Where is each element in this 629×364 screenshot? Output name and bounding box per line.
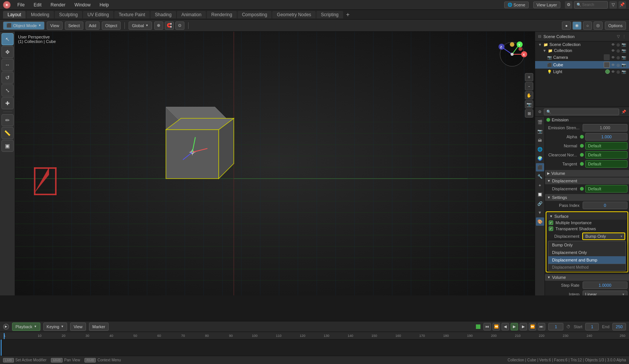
outliner-item-light[interactable]: 💡 Light 👁 ◎ 📷 [535,69,629,75]
camera-toggle-icon[interactable]: ◎ [617,55,620,60]
prev-keyframe-btn[interactable]: ⏪ [492,323,500,330]
outliner-options-icon[interactable]: ⋮ [622,34,626,38]
camera-eye-icon[interactable]: 👁 [611,55,615,60]
menu-window[interactable]: Window [72,2,93,8]
start-value-input[interactable]: 1 [585,323,599,330]
ws-tab-shading[interactable]: Shading [150,11,176,18]
collection-toggle-icon[interactable]: ◎ [617,49,620,53]
light-toggle-icon[interactable]: ◎ [617,70,620,74]
timeline-marker-btn[interactable]: Marker [89,323,109,331]
menu-help[interactable]: Help [97,2,111,8]
ws-tab-rendering[interactable]: Rendering [207,11,236,18]
filter-icon[interactable]: ▽ [609,1,617,9]
cube-render-icon[interactable]: 📷 [621,63,626,67]
props-tab-render[interactable]: 🎬 [536,118,544,126]
scene-selector[interactable]: 🌐 Scene [504,2,529,8]
props-tab-constraints[interactable]: 🔗 [536,199,544,208]
scene-collection-eye-icon[interactable]: 👁 [611,43,615,47]
props-tab-view-layer[interactable]: 🏔 [536,136,544,144]
next-keyframe-btn[interactable]: ⏩ [529,323,536,330]
props-tab-modifier[interactable]: 🔧 [536,172,544,180]
menu-edit[interactable]: Edit [31,2,44,8]
props-tab-output[interactable]: 📷 [536,127,544,135]
add-menu-btn[interactable]: Add [86,21,100,30]
emission-strength-value[interactable]: 1.000 [583,124,627,132]
alpha-value[interactable]: 1.000 [585,133,627,141]
volume-section-header[interactable]: ▶ Volume [545,170,629,177]
dropdown-option-bump-only[interactable]: Bump Only [548,241,626,249]
transparent-shadows-row[interactable]: ✓ Transparent Shadows [547,226,627,232]
render-mode-btn[interactable]: ● [562,21,571,30]
proportional-edit-btn[interactable]: ⊙ [175,21,184,30]
props-search[interactable]: 🔍 [544,109,619,115]
props-tab-scene[interactable]: 🌐 [536,145,544,153]
cube-eye-icon[interactable]: 👁 [611,63,615,67]
ws-tab-geometry-nodes[interactable]: Geometry Nodes [272,11,316,18]
end-value-input[interactable]: 250 [612,323,626,330]
outliner-item-camera[interactable]: 📷 Camera 👁 ◎ 📷 [535,54,629,61]
view-menu-btn[interactable]: View [47,21,63,30]
ws-tab-scripting[interactable]: Scripting [316,11,343,18]
camera-render-icon[interactable]: 📷 [621,55,626,60]
outliner-item-cube[interactable]: ⬛ Cube 👁 ◎ 📷 [535,61,629,69]
ws-tab-layout[interactable]: Layout [3,11,26,18]
prev-frame-btn[interactable]: ◀ [502,323,509,330]
volume2-section-header[interactable]: ▼ Volume [545,274,629,281]
current-frame-input[interactable]: 1 [548,323,563,330]
tool-rotate[interactable]: ↺ [2,72,14,84]
jump-end-btn[interactable]: ⏭ [538,323,545,330]
transparent-shadows-checkbox[interactable]: ✓ [549,226,553,231]
outliner-item-collection[interactable]: ▼ 📁 Collection 👁 ◎ 📷 [535,47,629,54]
props-tab-material[interactable]: 🎨 [536,217,544,226]
preferences-icon[interactable]: ⚙ [565,1,572,9]
transform-pivot-btn[interactable]: ⊕ [154,21,163,30]
cube-toggle-icon[interactable]: ◎ [617,63,620,67]
tool-select[interactable]: ↖ [2,33,14,45]
tool-transform[interactable]: ✚ [2,97,14,109]
multiple-importance-row[interactable]: ✓ Multiple Importance [547,220,627,226]
hand-tool-btn[interactable]: ✋ [525,91,533,99]
play-btn[interactable]: ▶ [511,323,518,330]
surface-section-header[interactable]: ▼ Surface [547,213,627,220]
tool-box[interactable]: ▣ [2,140,14,152]
tool-measure[interactable]: 📏 [2,127,14,139]
settings-section-header[interactable]: ▼ Settings [545,194,629,201]
rendered-btn[interactable]: ◎ [594,21,603,30]
interp-value[interactable]: Linear ▼ [583,291,627,295]
keying-btn[interactable]: Keying ▼ [43,323,68,331]
scene-collection-toggle-icon[interactable]: ◎ [617,43,620,47]
props-tab-object[interactable]: ⬛ [536,163,544,171]
zoom-in-btn[interactable]: + [525,73,533,81]
props-tab-physics[interactable]: 🔲 [536,190,544,199]
tool-annotate[interactable]: ✏ [2,114,14,126]
normal-value[interactable]: Default [585,142,627,150]
tool-cursor[interactable]: ✥ [2,46,14,58]
props-tab-data[interactable]: ▼ [536,208,544,217]
props-tab-particles[interactable]: ✦ [536,181,544,190]
displacement-dropdown[interactable]: Bump Only ▼ [582,232,625,240]
outliner-item-scene-collection[interactable]: ▼ 📁 Scene Collection 👁 ◎ 📷 [535,41,629,47]
jump-start-btn[interactable]: ⏮ [483,323,491,330]
tool-scale[interactable]: ⤡ [2,84,14,96]
multiple-importance-checkbox[interactable]: ✓ [549,220,553,225]
pin-icon[interactable]: 📌 [618,1,626,9]
dropdown-option-displacement-only[interactable]: Displacement Only [548,249,626,256]
object-menu-btn[interactable]: Object [102,21,121,30]
select-menu-btn[interactable]: Select [65,21,83,30]
material-preview-btn[interactable]: ○ [583,21,592,30]
ws-tab-modeling[interactable]: Modeling [26,11,54,18]
next-frame-btn[interactable]: ▶ [520,323,527,330]
clearcoat-nor-value[interactable]: Default [585,151,627,159]
menu-file[interactable]: File [15,2,27,8]
camera-view-btn[interactable]: 📷 [525,100,533,109]
blender-icon[interactable]: ● [3,1,11,9]
pass-index-value[interactable]: 0 [583,202,627,209]
tool-move[interactable]: ↔ [2,59,14,71]
options-btn[interactable]: Options [605,21,626,30]
props-pin-btn[interactable]: 📌 [621,110,626,114]
add-workspace-button[interactable]: + [344,11,352,18]
displacement-section-header[interactable]: ▼ Displacement [545,177,629,184]
ws-tab-animation[interactable]: Animation [177,11,206,18]
props-tab-world[interactable]: 🌍 [536,154,544,162]
zoom-out-btn[interactable]: - [525,82,533,90]
